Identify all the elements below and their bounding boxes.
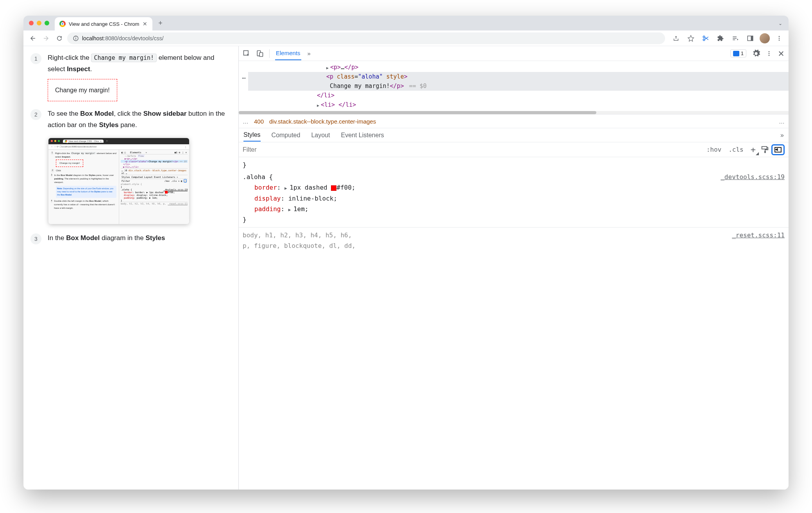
svg-rect-12 [259,52,263,56]
styles-subtabs: Styles Computed Layout Event Listeners » [239,128,541,142]
demo-margin-box[interactable]: Change my margin! [48,79,117,101]
css-rule: } [243,160,541,170]
step-2: 2 To see the Box Model, click the Show s… [30,108,231,131]
styles-pane[interactable]: } .aloha { _devtools.scss:19 border: ▶ 1… [239,157,541,342]
tab-title: View and change CSS - Chrom [69,21,139,27]
dom-line[interactable]: <p>…</p> [248,63,541,72]
subtab-layout[interactable]: Layout [311,129,330,141]
inspect-icon[interactable] [243,50,250,57]
drag-handle-icon[interactable]: ⋯ [242,74,247,82]
color-swatch[interactable] [331,185,336,191]
reload-icon [56,35,63,42]
svg-point-2 [75,36,76,37]
crumb-segment[interactable]: div.stack.stack--block.type.center-image… [269,118,376,125]
address-bar[interactable]: localhost:8080/docs/devtools/css/ [67,32,541,44]
dom-line[interactable]: </li> [248,91,541,100]
tab-more[interactable]: » [307,47,311,60]
window-controls [23,21,55,25]
step-text: In the Box Model diagram in the Styles [48,233,165,244]
subtab-event-listeners[interactable]: Event Listeners [341,129,384,141]
device-toggle-icon[interactable] [256,50,264,57]
inline-screenshot: View and change CSS - Chro× + ← → ⟳ ⓘ lo… [48,138,189,224]
step-3: 3 In the Box Model diagram in the Styles [30,233,231,244]
subtab-computed[interactable]: Computed [272,129,300,141]
devtools-header: Elements » 1 [239,46,541,61]
styles-filter-input[interactable] [243,146,278,153]
step-number: 3 [30,233,41,244]
browser-tabbar: View and change CSS - Chrom ✕ + ⌄ [23,16,541,30]
step-number: 2 [30,109,41,120]
step-number: 1 [30,53,41,64]
url-path: /docs/devtools/css/ [117,35,163,41]
dom-breadcrumb[interactable]: … 400 div.stack.stack--block.type.center… [239,114,541,128]
step-text: Right-click the Change my margin! elemen… [48,52,231,101]
browser-tab[interactable]: View and change CSS - Chrom ✕ [55,17,152,30]
content-area: 1 Right-click the Change my margin! elem… [23,46,541,342]
step-1: 1 Right-click the Change my margin! elem… [30,52,231,101]
reload-button[interactable] [54,33,65,44]
css-rule[interactable]: _reset.scss:11 body, h1, h2, h3, h4, h5,… [243,230,541,251]
browser-toolbar: localhost:8080/docs/devtools/css/ [23,30,541,46]
url-host: localhost [82,35,104,41]
window-minimize[interactable] [37,21,41,25]
styles-filter-row: :hov .cls + [239,142,541,157]
arrow-left-icon [29,35,36,42]
dom-scrollbar[interactable] [239,111,541,114]
back-button[interactable] [27,33,38,44]
svg-rect-1 [75,38,76,39]
chrome-favicon-icon [59,21,66,27]
crumb-segment[interactable]: 400 [254,118,264,125]
step-text: To see the Box Model, click the Show sid… [48,108,231,131]
tab-elements[interactable]: Elements [275,47,301,60]
url-port: :8080 [104,35,117,41]
page-content: 1 Right-click the Change my margin! elem… [23,46,238,342]
css-rule[interactable]: .aloha { _devtools.scss:19 border: ▶ 1px… [243,172,541,225]
code-inline: Change my margin! [91,54,157,62]
window-close[interactable] [29,21,34,25]
info-icon [73,35,79,41]
new-tab-button[interactable]: + [155,18,166,29]
dom-line[interactable]: <li> </li> [248,100,541,109]
subtab-styles[interactable]: Styles [243,129,261,142]
tab-close-icon[interactable]: ✕ [142,21,148,27]
dom-tree[interactable]: ⋯ <p>…</p> <p class="aloha" style> Chang… [239,61,541,111]
window-maximize[interactable] [45,21,49,25]
forward-button[interactable] [41,33,52,44]
arrow-right-icon [43,35,50,42]
devtools-panel: Elements » 1 ⋯ <p>…</p> <p class="aloha"… [238,46,541,342]
dom-line-selected[interactable]: <p class="aloha" style> Change my margin… [248,72,541,91]
